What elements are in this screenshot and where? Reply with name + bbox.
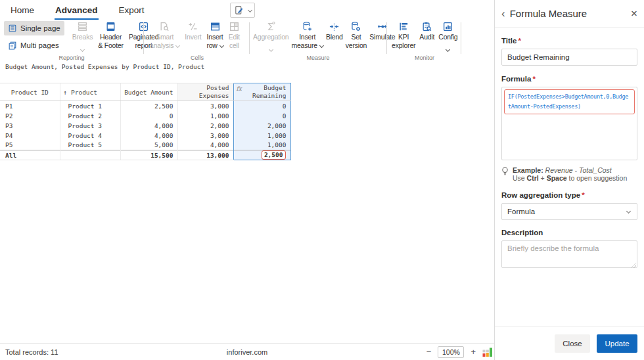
breaks-button[interactable]: Breaks (72, 20, 93, 55)
kpi-explorer-icon (398, 20, 409, 33)
header-posted-expenses[interactable]: Posted Expenses (177, 83, 233, 101)
blend-button[interactable]: Blend (326, 20, 343, 41)
cell-total-label[interactable]: All (0, 150, 60, 160)
lightbulb-icon (501, 166, 509, 182)
cell-posted-expenses[interactable]: 3,000 (177, 101, 233, 111)
header-footer-icon (105, 20, 116, 33)
zoom-in-button[interactable]: + (469, 347, 477, 357)
cell-product-id[interactable]: P1 (0, 101, 60, 111)
zoom-level-value[interactable]: 100% (438, 346, 464, 358)
header-product[interactable]: ↑ Product (60, 83, 120, 101)
required-mark: * (582, 191, 584, 199)
single-page-label: Single page (20, 24, 60, 32)
smart-analysis-button[interactable]: Smart analysis (150, 20, 179, 49)
title-field-label: Title* (501, 37, 637, 45)
group-label-measure: Measure (252, 55, 384, 61)
header-product-label: Product (71, 89, 97, 96)
data-table: Product ID ↑ Product Budget Amount Poste… (0, 83, 291, 160)
audit-button[interactable]: Audit (419, 20, 434, 41)
cell-posted-expenses[interactable]: 4,000 (177, 141, 233, 150)
cell-budget-remaining[interactable]: 1,000 (233, 131, 290, 141)
example-label: Example: (513, 166, 543, 174)
smart-analysis-label2: analysis (150, 41, 173, 49)
cell-product-id[interactable]: P3 (0, 121, 60, 131)
cell-posted-expenses[interactable]: 1,000 (177, 111, 233, 121)
invert-button[interactable]: Invert (185, 20, 201, 41)
cell-product[interactable]: Product 3 (60, 121, 120, 131)
cell-product[interactable]: Product 1 (60, 101, 120, 111)
row-aggregation-select[interactable]: Formula (501, 203, 637, 220)
kpi-explorer-label: KPI (398, 33, 409, 41)
multi-pages-button[interactable]: Multi pages (4, 38, 64, 53)
header-footer-button[interactable]: Header & Footer (98, 20, 124, 49)
close-icon[interactable]: × (631, 8, 637, 19)
back-icon[interactable]: ‹ (501, 8, 505, 19)
header-product-id[interactable]: Product ID (0, 83, 60, 101)
header-budget-amount[interactable]: Budget Amount (120, 83, 177, 101)
chevron-down-icon (219, 43, 224, 47)
set-version-button[interactable]: Set version (346, 20, 367, 49)
insert-measure-label2: measure (291, 41, 317, 49)
group-divider (386, 22, 387, 54)
required-mark: * (518, 37, 520, 45)
single-page-button[interactable]: Single page (4, 21, 64, 35)
kpi-explorer-button[interactable]: KPI explorer (392, 20, 415, 49)
tab-export[interactable]: Export (118, 1, 145, 20)
zoom-out-button[interactable]: − (425, 347, 433, 357)
cell-budget-amount[interactable]: 2,500 (120, 101, 177, 111)
aggregation-button[interactable]: Aggregation (253, 20, 288, 55)
example-value: Revenue - Total_Cost (545, 166, 612, 174)
cell-product[interactable]: Product 4 (60, 131, 120, 141)
insert-row-label2: row (206, 41, 217, 49)
title-label-text: Title (501, 37, 517, 45)
cell-product-id[interactable]: P4 (0, 131, 60, 141)
cell-total-budget-remaining[interactable]: 2,500 (233, 150, 290, 160)
tab-home[interactable]: Home (10, 1, 35, 20)
breaks-icon (77, 20, 88, 33)
panel-body: Title* Formula* IF(PostedExpenses>Budget… (495, 28, 644, 271)
description-textarea[interactable] (501, 240, 637, 268)
cell-posted-expenses[interactable]: 2,000 (177, 121, 233, 131)
header-budget-remaining[interactable]: fx Budget Remaining (233, 83, 290, 101)
inforiver-app: Home Advanced Export Single page (0, 0, 644, 360)
cell-budget-remaining[interactable]: 0 (233, 101, 290, 111)
cell-budget-remaining[interactable]: 2,000 (233, 121, 290, 131)
cell-product-id[interactable]: P5 (0, 141, 60, 150)
cell-total-posted-expenses[interactable]: 13,000 (177, 150, 233, 160)
ribbon-group-monitor: KPI explorer Audit Config Monit (390, 20, 459, 62)
cell-budget-remaining[interactable]: 1,000 (233, 141, 290, 150)
chevron-down-icon (319, 43, 324, 47)
header-remaining-line1: Budget (234, 84, 290, 92)
cell-posted-expenses[interactable]: 3,000 (177, 131, 233, 141)
invert-label: Invert (185, 33, 201, 41)
cell-budget-amount[interactable]: 4,000 (120, 121, 177, 131)
edit-cell-button[interactable]: Edit cell (229, 20, 240, 49)
edit-mode-dropdown[interactable] (230, 3, 255, 18)
formula-editor[interactable]: IF(PostedExpenses>BudgetAmount,0,Budge t… (501, 87, 637, 160)
fx-formula-icon: fx (237, 85, 242, 92)
title-input[interactable] (501, 49, 637, 66)
cell-product-id[interactable]: P2 (0, 111, 60, 121)
table-row: P1 Product 1 2,500 3,000 0 (0, 101, 290, 111)
cell-product[interactable]: Product 2 (60, 111, 120, 121)
cell-budget-amount[interactable]: 0 (120, 111, 177, 121)
blend-icon (329, 20, 340, 33)
close-button[interactable]: Close (555, 334, 590, 353)
tab-advanced[interactable]: Advanced (55, 1, 99, 20)
table-total-row: All 15,500 13,000 2,500 (0, 150, 290, 160)
description-label-text: Description (501, 229, 543, 236)
cell-budget-amount[interactable]: 4,000 (120, 131, 177, 141)
cell-budget-remaining[interactable]: 0 (233, 111, 290, 121)
cell-budget-amount[interactable]: 5,000 (120, 141, 177, 150)
config-button[interactable]: Config (438, 20, 457, 55)
inforiver-site-link[interactable]: inforiver.com (227, 348, 267, 356)
table-header-row: Product ID ↑ Product Budget Amount Poste… (0, 83, 290, 101)
ribbon-group-reporting: Single page Multi pages Breaks (4, 20, 139, 62)
insert-row-button[interactable]: Insert row (206, 20, 223, 49)
insert-measure-button[interactable]: Insert measure (291, 20, 323, 49)
cell-total-budget-amount[interactable]: 15,500 (120, 150, 177, 160)
update-button[interactable]: Update (597, 334, 637, 353)
breaks-label: Breaks (72, 33, 93, 41)
required-mark: * (532, 75, 535, 83)
cell-product[interactable]: Product 5 (60, 141, 120, 150)
